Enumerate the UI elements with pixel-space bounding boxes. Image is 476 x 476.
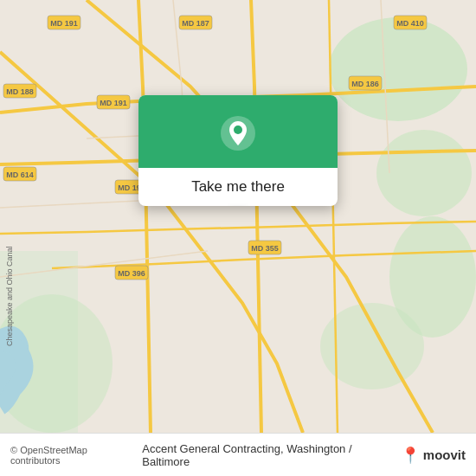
location-pin-icon [219,114,257,152]
svg-text:MD 186: MD 186 [351,80,379,88]
popup-card: Take me there [138,95,338,206]
svg-text:MD 355: MD 355 [251,244,279,253]
svg-text:MD 188: MD 188 [6,87,34,96]
svg-text:MD 187: MD 187 [182,19,209,28]
take-me-there-button[interactable]: Take me there [138,168,338,206]
svg-point-2 [376,130,472,216]
moovit-pin-icon: 📍 [401,446,420,465]
moovit-logo: 📍 moovit [401,446,466,465]
popup-icon-area [138,95,338,168]
svg-text:MD 396: MD 396 [118,269,145,278]
svg-text:MD 410: MD 410 [396,19,424,28]
location-label: Accent General Contracting, Washington /… [142,442,394,468]
osm-copyright: © OpenStreetMap contributors [10,445,135,466]
svg-text:MD 614: MD 614 [6,170,34,179]
svg-point-29 [234,125,242,134]
moovit-brand: moovit [423,447,466,462]
bottom-bar: © OpenStreetMap contributors Accent Gene… [0,433,476,476]
svg-text:MD 191: MD 191 [100,99,127,107]
svg-text:Chesapeake and Ohio Canal: Chesapeake and Ohio Canal [5,246,14,346]
map-container: MD 191 MD 187 MD 410 MD 188 MD 191 MD 18… [0,0,476,433]
svg-point-1 [329,17,467,121]
svg-text:MD 191: MD 191 [50,19,78,28]
